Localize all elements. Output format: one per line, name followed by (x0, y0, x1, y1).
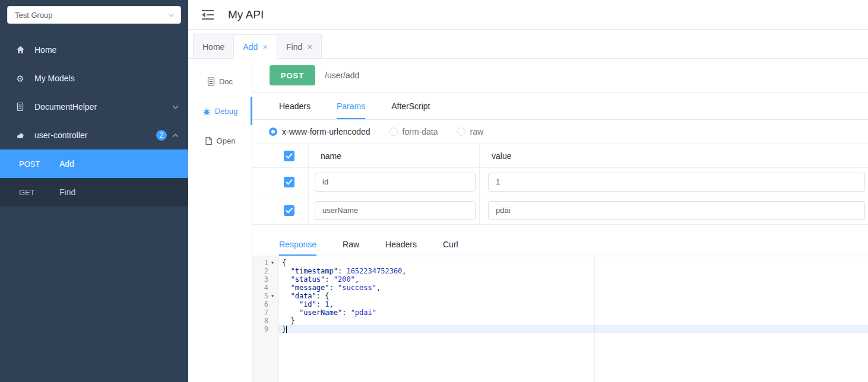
code-line[interactable]: "userName": "pdai" (282, 308, 868, 317)
sidebar-subitem-find[interactable]: GET Find (0, 178, 188, 206)
group-select[interactable]: Test Group (7, 6, 181, 24)
sidebar-item-documenthelper[interactable]: DocumentHelper (0, 93, 188, 121)
url-row: POST /user/add (252, 59, 868, 93)
home-icon (14, 46, 26, 54)
code-line[interactable]: "timestamp": 1652234752360, (282, 267, 868, 275)
gutter-line: 9 (252, 325, 277, 333)
gutter-line: 1▾ (252, 259, 277, 267)
close-icon[interactable]: × (262, 42, 268, 51)
doc-icon (207, 77, 215, 86)
param-value-input[interactable] (488, 201, 865, 220)
editor-code[interactable]: { "timestamp": 1652234752360, "status": … (278, 256, 868, 382)
fold-spacer (268, 275, 277, 284)
gutter-line: 7 (252, 308, 277, 317)
row-checkbox[interactable] (284, 177, 294, 187)
method-badge: POST (270, 65, 315, 85)
radio-x-www-form-urlencoded[interactable]: x-www-form-urlencoded (269, 127, 370, 136)
param-row (252, 168, 868, 196)
gutter-line: 4 (252, 284, 277, 292)
fold-arrow-icon[interactable]: ▾ (268, 259, 277, 267)
sidebar-menu: Home ⚙ My Models DocumentHelper user (0, 36, 188, 206)
sidebar-item-my-models[interactable]: ⚙ My Models (0, 64, 188, 93)
fold-spacer (268, 284, 277, 292)
tab-label: Add (243, 42, 258, 52)
tool-label: Debug (215, 107, 237, 116)
sidebar-item-home[interactable]: Home (0, 36, 188, 64)
tab-raw[interactable]: Raw (343, 233, 359, 256)
radio-label: raw (470, 127, 484, 136)
app: Test Group Home ⚙ My Models DocumentHel (0, 0, 868, 382)
submenu-method: GET (19, 188, 59, 197)
row-checkbox[interactable] (284, 205, 294, 216)
tab-add[interactable]: Add × (233, 34, 277, 59)
main-area: My API Home Add × Find × Do (188, 0, 868, 382)
gutter-line: 3 (252, 275, 277, 284)
top-header: My API (188, 0, 868, 30)
radio-dot (389, 128, 398, 136)
param-name-input[interactable] (315, 201, 476, 220)
group-select-value: Test Group (15, 11, 53, 20)
hamburger-icon[interactable] (202, 9, 214, 20)
code-line[interactable]: "data": { (282, 292, 868, 300)
code-line[interactable]: { (282, 259, 868, 267)
tab-find[interactable]: Find × (277, 34, 322, 59)
select-all-checkbox[interactable] (284, 151, 294, 161)
text-cursor (286, 326, 287, 333)
request-path[interactable]: /user/add (325, 71, 359, 80)
tab-resp-headers[interactable]: Headers (385, 233, 417, 256)
radio-form-data[interactable]: form-data (389, 127, 438, 136)
gutter-line: 6 (252, 300, 277, 308)
code-line[interactable]: "message": "success", (282, 284, 868, 292)
tab-home[interactable]: Home (193, 34, 234, 59)
param-name-input[interactable] (315, 173, 476, 192)
fold-spacer (268, 325, 277, 333)
tool-label: Doc (219, 77, 233, 86)
status-badge: 2 (156, 130, 167, 141)
response-tabs: Response Raw Headers Curl (252, 233, 868, 256)
radio-label: form-data (403, 127, 438, 136)
gutter-line: 8 (252, 317, 277, 325)
param-value-input[interactable] (488, 173, 865, 192)
params-table: name value (252, 144, 868, 225)
radio-dot (457, 128, 465, 136)
sidebar-item-label: DocumentHelper (34, 102, 97, 112)
submenu-method: POST (19, 160, 59, 168)
sidebar-item-user-controller[interactable]: user-controller 2 (0, 121, 188, 149)
code-line[interactable]: "status": "200", (282, 275, 868, 284)
radio-dot (269, 128, 277, 136)
params-header-row: name value (252, 144, 868, 168)
tab-params[interactable]: Params (337, 93, 365, 119)
tool-label: Open (217, 136, 236, 145)
controller-icon (14, 132, 26, 139)
sidebar-subitem-add[interactable]: POST Add (0, 149, 188, 178)
code-line[interactable]: "id": 1, (282, 300, 868, 308)
radio-raw[interactable]: raw (457, 127, 484, 136)
tab-curl[interactable]: Curl (443, 233, 458, 256)
content-row: Doc Debug Open POST (188, 59, 868, 382)
tab-label: Home (202, 42, 224, 52)
editor-gutter: 1▾2345▾6789 (252, 256, 278, 382)
response-editor[interactable]: 1▾2345▾6789 { "timestamp": 1652234752360… (252, 256, 868, 382)
code-line[interactable]: } (282, 317, 868, 325)
sidebar-item-label: My Models (34, 74, 75, 83)
fold-arrow-icon[interactable]: ▾ (268, 292, 277, 300)
sidebar-item-label: Home (34, 45, 56, 55)
page-tabbar: Home Add × Find × (188, 30, 868, 59)
tool-debug[interactable]: Debug (188, 96, 252, 126)
fold-spacer (268, 300, 277, 308)
tool-rail: Doc Debug Open (188, 59, 252, 382)
body-type-row: x-www-form-urlencoded form-data raw (252, 120, 868, 144)
tool-doc[interactable]: Doc (188, 66, 252, 96)
param-row (252, 196, 868, 225)
column-header-name: name (309, 144, 480, 167)
code-line[interactable]: } (278, 325, 868, 333)
bug-icon (202, 107, 211, 116)
tab-response[interactable]: Response (279, 233, 316, 256)
request-tabs: Headers Params AfterScript (252, 93, 868, 120)
close-icon[interactable]: × (307, 42, 312, 51)
tab-headers[interactable]: Headers (279, 93, 311, 119)
gutter-line: 2 (252, 267, 277, 275)
file-icon (205, 136, 213, 145)
tab-afterscript[interactable]: AfterScript (391, 93, 430, 119)
tool-open[interactable]: Open (188, 126, 252, 155)
